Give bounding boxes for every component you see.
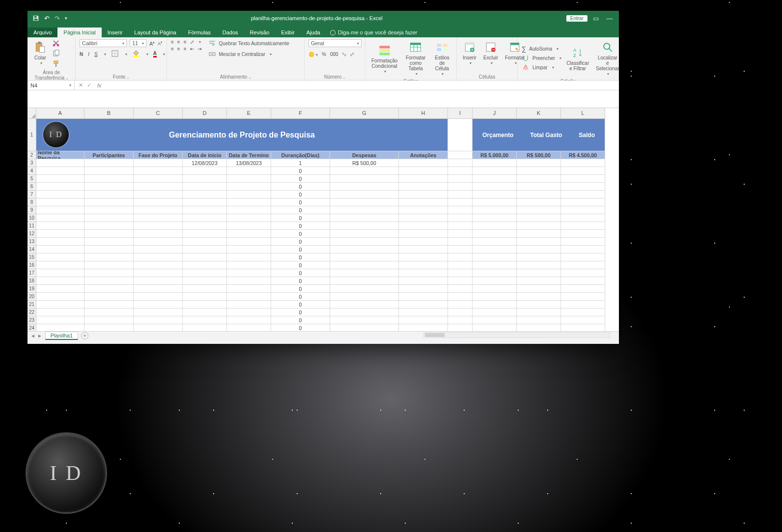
cell-C18[interactable] [134,277,183,285]
cell-B17[interactable] [84,269,134,277]
cell-F7[interactable]: 0 [271,191,330,198]
cell-I5[interactable] [448,175,473,183]
align-right-icon[interactable]: ≡ [184,46,187,52]
cell-B3[interactable] [84,159,134,167]
cell-B8[interactable] [84,198,134,206]
cell-K5[interactable] [517,175,561,183]
cell-G16[interactable] [330,261,399,269]
cell-F18[interactable]: 0 [271,277,330,285]
cell-F3[interactable]: 1 [271,159,330,167]
cell-H8[interactable] [399,198,448,206]
undo-icon[interactable]: ↶ [44,15,50,22]
cell-I6[interactable] [448,183,473,191]
cell-J8[interactable] [473,198,517,206]
cell-G21[interactable] [330,301,399,308]
cell-F12[interactable]: 0 [271,230,330,238]
cell-F6[interactable]: 0 [271,183,330,191]
tab-view[interactable]: Exibir [275,28,301,37]
cell-H13[interactable] [399,238,448,246]
tab-insert[interactable]: Inserir [102,28,129,37]
fill-color-icon[interactable] [132,50,140,58]
row-header-23[interactable]: 23 [28,316,36,324]
find-select-button[interactable]: Localizar e Selecionar▾ [594,39,621,78]
cell-L9[interactable] [561,206,605,214]
cell-C3[interactable] [134,159,183,167]
cell-L15[interactable] [561,253,605,261]
cell-L11[interactable] [561,222,605,230]
cell-C22[interactable] [134,308,183,316]
row-header-2[interactable]: 2 [28,151,36,159]
row-header-12[interactable]: 12 [28,230,36,238]
cell-L5[interactable] [561,175,605,183]
cell-B15[interactable] [84,253,134,261]
cell-H19[interactable] [399,285,448,293]
cell-B20[interactable] [84,293,134,301]
cell-J15[interactable] [473,253,517,261]
cell-D4[interactable] [183,167,227,175]
select-all-corner[interactable] [28,108,36,119]
merge-center-button[interactable]: Mesclar e Centralizar▾ [208,50,289,58]
cell-C14[interactable] [134,246,183,253]
row-header-15[interactable]: 15 [28,253,36,261]
enter-formula-icon[interactable]: ✓ [87,82,91,88]
cell-B9[interactable] [84,206,134,214]
cell-I7[interactable] [448,191,473,198]
table-header-H2[interactable]: Anotações [399,151,448,159]
row-header-14[interactable]: 14 [28,246,36,253]
cell-C7[interactable] [134,191,183,198]
cell-J23[interactable] [473,316,517,324]
increase-font-icon[interactable]: A▴ [149,40,155,47]
cell-L14[interactable] [561,246,605,253]
row-header-10[interactable]: 10 [28,214,36,222]
cell-G10[interactable] [330,214,399,222]
cell-F16[interactable]: 0 [271,261,330,269]
row-header-9[interactable]: 9 [28,206,36,214]
decrease-font-icon[interactable]: A▾ [158,40,162,46]
font-color-icon[interactable]: A [153,51,157,57]
cell-A6[interactable] [36,183,84,191]
cell-E14[interactable] [227,246,271,253]
cell-A11[interactable] [36,222,84,230]
cell-L22[interactable] [561,308,605,316]
add-sheet-button[interactable]: + [81,332,88,339]
row-header-17[interactable]: 17 [28,269,36,277]
cell-I24[interactable] [448,324,473,331]
cell-J16[interactable] [473,261,517,269]
cell-J24[interactable] [473,324,517,331]
decrease-indent-icon[interactable]: ⇤ [190,46,194,52]
cell-F11[interactable]: 0 [271,222,330,230]
cell-B16[interactable] [84,261,134,269]
cell-F23[interactable]: 0 [271,316,330,324]
clear-button[interactable]: Limpar ▾ [522,63,561,71]
cell-C13[interactable] [134,238,183,246]
cell-C11[interactable] [134,222,183,230]
borders-icon[interactable] [111,50,119,58]
cell-L20[interactable] [561,293,605,301]
cell-F19[interactable]: 0 [271,285,330,293]
cell-E17[interactable] [227,269,271,277]
row-header-6[interactable]: 6 [28,183,36,191]
project-title-cell[interactable]: I DGerenciamento de Projeto de Pesquisa [36,119,448,151]
summary-val-K2[interactable]: R$ 500,00 [517,151,561,159]
cell-I17[interactable] [448,269,473,277]
row-header-13[interactable]: 13 [28,238,36,246]
cell-B21[interactable] [84,301,134,308]
fill-button[interactable]: Preencher ▾ [522,54,561,62]
cell-E15[interactable] [227,253,271,261]
cell-J10[interactable] [473,214,517,222]
cell-F15[interactable]: 0 [271,253,330,261]
cell-K11[interactable] [517,222,561,230]
cell-I14[interactable] [448,246,473,253]
cell-J20[interactable] [473,293,517,301]
cell-L23[interactable] [561,316,605,324]
cell-L13[interactable] [561,238,605,246]
row-header-20[interactable]: 20 [28,293,36,301]
cell-B22[interactable] [84,308,134,316]
cell-A3[interactable] [36,159,84,167]
cell-B10[interactable] [84,214,134,222]
table-header-G2[interactable]: Despesas [330,151,399,159]
cell-I9[interactable] [448,206,473,214]
col-header-J[interactable]: J [473,108,517,119]
cell-D19[interactable] [183,285,227,293]
cell-K21[interactable] [517,301,561,308]
